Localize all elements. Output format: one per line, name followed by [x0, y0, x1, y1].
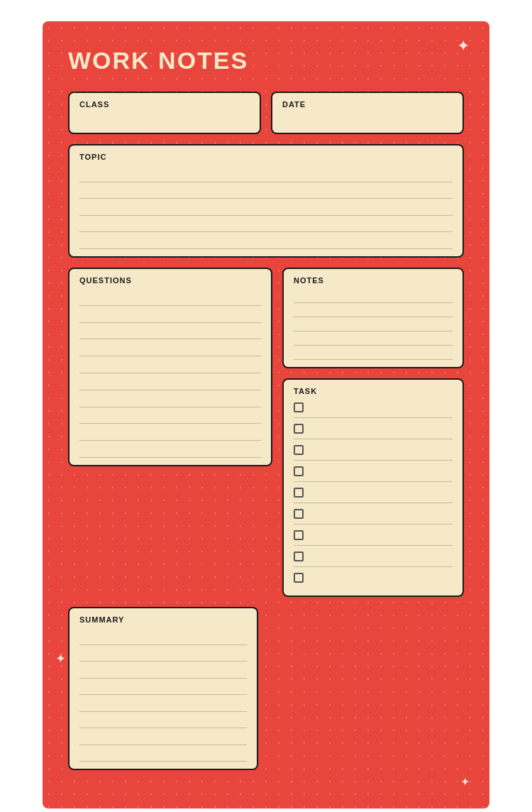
- q-line-2: [79, 306, 261, 323]
- task-item-6[interactable]: [294, 508, 453, 525]
- q-line-10: [79, 441, 261, 458]
- notes-field[interactable]: NOTES: [282, 268, 464, 368]
- summary-row: SUMMARY: [68, 607, 464, 770]
- right-column: NOTES TASK: [282, 268, 464, 597]
- task-item-7[interactable]: [294, 529, 453, 546]
- checkbox-6[interactable]: [294, 509, 304, 519]
- checkbox-5[interactable]: [294, 488, 304, 498]
- checkbox-7[interactable]: [294, 530, 304, 540]
- topic-line-2: [79, 182, 453, 199]
- q-line-4: [79, 339, 261, 356]
- checkbox-3[interactable]: [294, 445, 304, 455]
- task-item-5[interactable]: [294, 486, 453, 503]
- s-line-8: [79, 745, 247, 762]
- questions-notes-row: QUESTIONS NOTES: [68, 268, 464, 597]
- topic-lines: [79, 165, 453, 249]
- class-date-row: CLASS DATE: [68, 92, 464, 134]
- page-wrapper: ✦ ✦ ✦ WORK NOTES CLASS DATE TOPIC: [0, 0, 532, 812]
- questions-field[interactable]: QUESTIONS: [68, 268, 272, 466]
- s-line-2: [79, 645, 247, 662]
- checkbox-8[interactable]: [294, 552, 304, 561]
- topic-field[interactable]: TOPIC: [68, 144, 464, 258]
- n-line-2: [294, 303, 453, 317]
- task-item-3[interactable]: [294, 444, 453, 461]
- notes-lines: [294, 289, 453, 360]
- checkbox-2[interactable]: [294, 424, 304, 434]
- notes-label: NOTES: [294, 276, 453, 285]
- summary-lines: [79, 628, 247, 762]
- s-line-5: [79, 695, 247, 712]
- class-field[interactable]: CLASS: [68, 92, 261, 134]
- sparkle-icon-br: ✦: [460, 775, 470, 789]
- checkbox-1[interactable]: [294, 402, 304, 412]
- q-line-7: [79, 390, 261, 407]
- task-item-2[interactable]: [294, 422, 453, 439]
- sparkle-icon-bl: ✦: [55, 651, 66, 666]
- date-field[interactable]: DATE: [271, 92, 464, 134]
- topic-line-3: [79, 199, 453, 216]
- s-line-3: [79, 662, 247, 679]
- checkbox-9[interactable]: [294, 573, 304, 583]
- task-label: TASK: [294, 387, 453, 395]
- task-field[interactable]: TASK: [282, 378, 464, 597]
- task-checklist: [294, 401, 453, 588]
- q-line-1: [79, 289, 261, 306]
- task-item-1[interactable]: [294, 401, 453, 418]
- class-label: CLASS: [79, 100, 250, 109]
- s-line-4: [79, 679, 247, 696]
- questions-lines: [79, 289, 261, 458]
- date-label: DATE: [282, 100, 453, 109]
- q-line-5: [79, 356, 261, 373]
- topic-line-5: [79, 232, 453, 249]
- s-line-1: [79, 628, 247, 645]
- task-item-4[interactable]: [294, 465, 453, 482]
- card-title: WORK NOTES: [68, 47, 464, 75]
- n-line-4: [294, 331, 453, 346]
- q-line-9: [79, 424, 261, 441]
- task-item-9[interactable]: [294, 571, 453, 588]
- summary-label: SUMMARY: [79, 615, 247, 624]
- topic-label: TOPIC: [79, 153, 453, 161]
- s-line-6: [79, 712, 247, 729]
- q-line-6: [79, 373, 261, 390]
- topic-line-4: [79, 216, 453, 233]
- task-item-8[interactable]: [294, 550, 453, 567]
- q-line-3: [79, 323, 261, 340]
- n-line-1: [294, 289, 453, 303]
- note-card: ✦ ✦ ✦ WORK NOTES CLASS DATE TOPIC: [43, 21, 489, 808]
- q-line-8: [79, 407, 261, 424]
- checkbox-4[interactable]: [294, 466, 304, 476]
- n-line-3: [294, 317, 453, 331]
- summary-field[interactable]: SUMMARY: [68, 607, 258, 770]
- n-line-5: [294, 346, 453, 360]
- questions-label: QUESTIONS: [79, 276, 261, 285]
- topic-row: TOPIC: [68, 144, 464, 258]
- topic-line-1: [79, 165, 453, 182]
- s-line-7: [79, 728, 247, 745]
